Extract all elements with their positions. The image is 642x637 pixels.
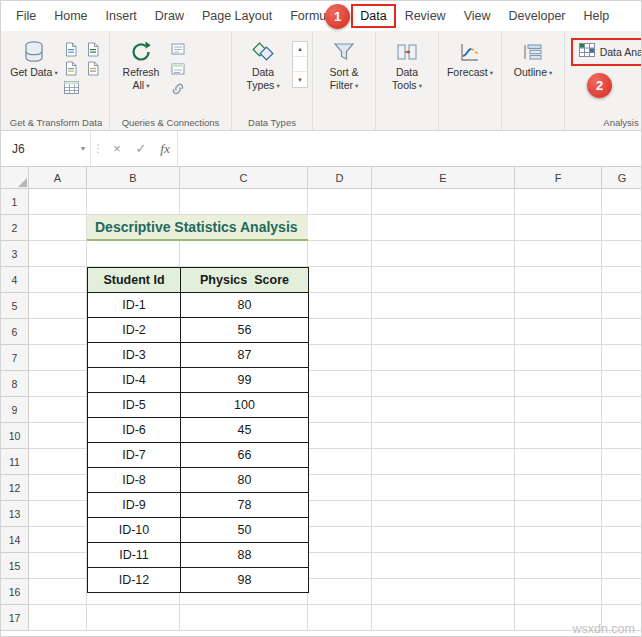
cell-A2[interactable] [29, 215, 87, 241]
cell-A5[interactable] [29, 293, 87, 319]
gallery-up-icon[interactable]: ▴ [293, 42, 307, 57]
recent-sources-button[interactable] [62, 79, 80, 95]
cell-B3[interactable] [87, 241, 180, 267]
name-box[interactable]: J6 ▾ [1, 131, 91, 166]
cell-C3[interactable] [180, 241, 308, 267]
cell-D14[interactable] [308, 527, 372, 553]
formula-input[interactable] [177, 131, 641, 166]
cell-G11[interactable] [602, 449, 641, 475]
row-header-7[interactable]: 7 [1, 345, 29, 371]
row-header-5[interactable]: 5 [1, 293, 29, 319]
table-cell[interactable]: 66 [181, 443, 309, 468]
table-cell[interactable]: ID-3 [88, 343, 181, 368]
cell-E11[interactable] [372, 449, 515, 475]
cell-F13[interactable] [515, 501, 602, 527]
properties-button[interactable] [169, 41, 187, 57]
cell-D11[interactable] [308, 449, 372, 475]
cell-E17[interactable] [372, 605, 515, 631]
edit-links-button[interactable] [169, 81, 187, 97]
table-cell[interactable]: 80 [181, 468, 309, 493]
cell-F9[interactable] [515, 397, 602, 423]
cell-G7[interactable] [602, 345, 641, 371]
table-cell[interactable]: ID-6 [88, 418, 181, 443]
cell-E9[interactable] [372, 397, 515, 423]
name-box-dropdown-icon[interactable]: ▾ [81, 144, 85, 153]
cell-E1[interactable] [372, 189, 515, 215]
gallery-middle[interactable] [293, 57, 307, 72]
cell-A3[interactable] [29, 241, 87, 267]
mini-tool-button[interactable] [62, 41, 80, 57]
cell-D10[interactable] [308, 423, 372, 449]
row-header-14[interactable]: 14 [1, 527, 29, 553]
row-header-6[interactable]: 6 [1, 319, 29, 345]
column-header-F[interactable]: F [515, 167, 602, 189]
cell-A14[interactable] [29, 527, 87, 553]
cell-D3[interactable] [308, 241, 372, 267]
cell-D15[interactable] [308, 553, 372, 579]
cell-G1[interactable] [602, 189, 641, 215]
table-cell[interactable]: ID-5 [88, 393, 181, 418]
cancel-button[interactable]: × [105, 131, 129, 166]
menu-tab-home[interactable]: Home [45, 4, 96, 28]
cell-F14[interactable] [515, 527, 602, 553]
cell-F6[interactable] [515, 319, 602, 345]
row-header-12[interactable]: 12 [1, 475, 29, 501]
cell-D13[interactable] [308, 501, 372, 527]
table-cell[interactable]: ID-9 [88, 493, 181, 518]
cell-D4[interactable] [308, 267, 372, 293]
cell-F3[interactable] [515, 241, 602, 267]
cell-A1[interactable] [29, 189, 87, 215]
table-cell[interactable]: ID-4 [88, 368, 181, 393]
cell-E6[interactable] [372, 319, 515, 345]
row-header-17[interactable]: 17 [1, 605, 29, 631]
cell-D5[interactable] [308, 293, 372, 319]
menu-tab-developer[interactable]: Developer [500, 4, 575, 28]
cell-E8[interactable] [372, 371, 515, 397]
table-cell[interactable]: ID-8 [88, 468, 181, 493]
cell-G2[interactable] [602, 215, 641, 241]
column-header-D[interactable]: D [308, 167, 372, 189]
cell-E7[interactable] [372, 345, 515, 371]
cell-C1[interactable] [180, 189, 308, 215]
mini-tool-button[interactable] [84, 60, 102, 76]
row-header-8[interactable]: 8 [1, 371, 29, 397]
cell-G5[interactable] [602, 293, 641, 319]
table-cell[interactable]: ID-2 [88, 318, 181, 343]
outline-button[interactable]: Outline▾ [506, 34, 560, 79]
insert-function-button[interactable]: fx [153, 131, 177, 166]
table-header-cell[interactable]: Physics Score [181, 268, 309, 293]
cell-A8[interactable] [29, 371, 87, 397]
gallery-down-icon[interactable]: ▾ [293, 72, 307, 87]
cell-A16[interactable] [29, 579, 87, 605]
cell-B17[interactable] [87, 605, 180, 631]
table-cell[interactable]: 45 [181, 418, 309, 443]
table-cell[interactable]: ID-7 [88, 443, 181, 468]
row-header-3[interactable]: 3 [1, 241, 29, 267]
refresh-all-button[interactable]: Refresh All▾ [114, 34, 168, 92]
table-cell[interactable]: ID-11 [88, 543, 181, 568]
table-cell[interactable]: 56 [181, 318, 309, 343]
cell-G12[interactable] [602, 475, 641, 501]
cell-A9[interactable] [29, 397, 87, 423]
cell-F8[interactable] [515, 371, 602, 397]
cell-A10[interactable] [29, 423, 87, 449]
cell-E12[interactable] [372, 475, 515, 501]
table-cell[interactable]: ID-12 [88, 568, 181, 593]
cell-A6[interactable] [29, 319, 87, 345]
cell-G13[interactable] [602, 501, 641, 527]
cell-F2[interactable] [515, 215, 602, 241]
cell-G15[interactable] [602, 553, 641, 579]
cell-F7[interactable] [515, 345, 602, 371]
cell-D12[interactable] [308, 475, 372, 501]
forecast-button[interactable]: Forecast▾ [443, 34, 497, 79]
table-cell[interactable]: 98 [181, 568, 309, 593]
cell-A17[interactable] [29, 605, 87, 631]
cell-F4[interactable] [515, 267, 602, 293]
cell-D2[interactable] [308, 215, 372, 241]
cell-D1[interactable] [308, 189, 372, 215]
cell-D17[interactable] [308, 605, 372, 631]
cell-G8[interactable] [602, 371, 641, 397]
cell-A11[interactable] [29, 449, 87, 475]
table-cell[interactable]: 99 [181, 368, 309, 393]
cell-E16[interactable] [372, 579, 515, 605]
